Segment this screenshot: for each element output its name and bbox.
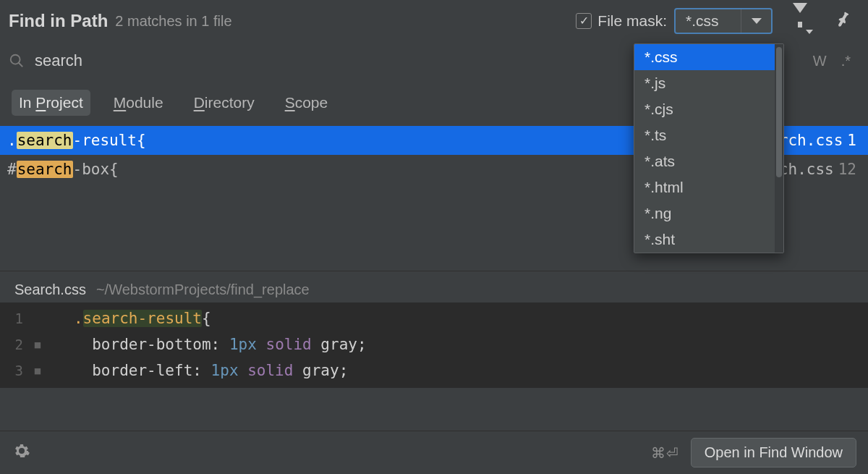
regex-toggle[interactable]: .* [835, 50, 856, 72]
scope-tab-directory[interactable]: Directory [187, 90, 262, 116]
file-mask-value: *.css [676, 9, 741, 33]
file-mask-option[interactable]: *.sht [634, 227, 775, 253]
line-number: 2 [0, 337, 29, 352]
file-mask-option[interactable]: *.ats [634, 148, 775, 174]
file-mask-checkbox[interactable]: ✓ [576, 13, 592, 29]
match-summary: 2 matches in 1 file [115, 13, 576, 30]
svg-line-1 [19, 63, 23, 67]
file-mask-combo[interactable]: *.css [674, 8, 773, 34]
file-mask-option[interactable]: *.js [634, 70, 775, 96]
chevron-down-icon [752, 18, 762, 24]
settings-button[interactable] [13, 442, 30, 463]
file-mask-option[interactable]: *.ng [634, 200, 775, 227]
file-mask-dropdown[interactable]: *.css*.js*.cjs*.ts*.ats*.html*.ng*.sht [634, 43, 784, 253]
line-number: 3 [0, 363, 29, 378]
line-number: 1 [0, 310, 29, 326]
editor-line: 3■ border-left: 1px solid gray; [0, 357, 868, 384]
file-mask-checkbox-wrap: ✓ File mask: [576, 12, 667, 30]
file-mask-option[interactable]: *.css [634, 44, 775, 70]
open-in-find-window-button[interactable]: Open in Find Window [691, 438, 856, 467]
scrollbar-thumb[interactable] [776, 47, 782, 177]
scope-tab-in-project[interactable]: In Project [12, 90, 90, 116]
filter-button[interactable] [786, 8, 814, 34]
file-mask-option[interactable]: *.cjs [634, 96, 775, 122]
scope-tab-module[interactable]: Module [106, 90, 171, 116]
preview-editor[interactable]: 1 .search-result{2■ border-bottom: 1px s… [0, 302, 868, 388]
chevron-down-icon [806, 30, 813, 34]
dialog-footer: ⌘⏎ Open in Find Window [0, 431, 868, 474]
funnel-icon [793, 3, 807, 29]
whole-word-toggle[interactable]: W [807, 50, 833, 72]
editor-line: 2■ border-bottom: 1px solid gray; [0, 331, 868, 357]
editor-code: border-bottom: 1px solid gray; [46, 336, 367, 353]
search-icon [9, 53, 25, 69]
scope-tab-scope[interactable]: Scope [278, 90, 336, 116]
preview-file-name: Search.css [14, 282, 86, 298]
shortcut-hint: ⌘⏎ [651, 444, 679, 462]
file-mask-option[interactable]: *.html [634, 174, 775, 200]
preview-file-path: ~/WebstormProjects/find_replace [96, 282, 310, 298]
editor-line: 1 .search-result{ [0, 305, 868, 331]
dialog-title: Find in Path [9, 11, 108, 31]
dialog-header: Find in Path 2 matches in 1 file ✓ File … [0, 0, 868, 42]
gear-icon [13, 442, 30, 460]
editor-code: border-left: 1px solid gray; [46, 362, 348, 379]
checkmark-icon: ✓ [579, 15, 589, 27]
svg-point-0 [11, 55, 20, 64]
pin-icon [831, 9, 854, 33]
file-mask-option[interactable]: *.ts [634, 122, 775, 148]
pin-button[interactable] [827, 8, 856, 34]
file-mask-label: File mask: [597, 12, 667, 30]
preview-header: Search.css ~/WebstormProjects/find_repla… [0, 271, 868, 302]
gutter-mark: ■ [29, 339, 46, 350]
gutter-mark: ■ [29, 365, 46, 376]
editor-code: .search-result{ [46, 310, 211, 327]
file-mask-dropdown-button[interactable] [741, 9, 771, 33]
dropdown-scrollbar[interactable] [775, 44, 783, 253]
